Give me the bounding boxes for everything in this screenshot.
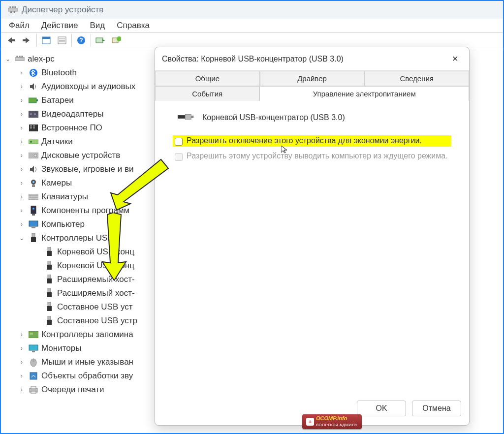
titlebar: Диспетчер устройств — [1, 1, 503, 19]
object-icon — [29, 371, 38, 381]
chevron-right-icon[interactable]: › — [18, 149, 26, 162]
svg-marker-79 — [281, 146, 287, 153]
tree-item-label: Контроллеры USB — [41, 231, 113, 245]
svg-rect-21 — [16, 56, 18, 57]
audio-icon — [29, 82, 38, 92]
tab-events[interactable]: События — [155, 86, 259, 101]
option-allow-power-off[interactable]: Разрешить отключение этого устройства дл… — [173, 135, 451, 147]
watermark-badge: + OCOMP.info ВОПРОСЫ АДМИНУ — [302, 414, 362, 429]
menu-action[interactable]: Действие — [41, 21, 78, 31]
chevron-right-icon[interactable]: › — [18, 341, 26, 355]
svg-marker-7 — [23, 37, 30, 43]
back-button[interactable] — [4, 34, 19, 47]
chevron-right-icon[interactable]: › — [18, 328, 26, 341]
monitor-icon — [29, 343, 38, 353]
svg-rect-64 — [48, 316, 51, 320]
svg-point-39 — [34, 154, 37, 157]
usb-port-icon — [44, 316, 54, 326]
svg-rect-16 — [96, 38, 103, 43]
svg-rect-48 — [32, 214, 35, 216]
svg-rect-44 — [29, 194, 38, 200]
dialog-title: Свойства: Корневой USB-концентратор (USB… — [162, 55, 448, 63]
toolbar-scan[interactable] — [93, 34, 108, 47]
svg-rect-1 — [9, 6, 11, 8]
chevron-right-icon[interactable]: › — [18, 383, 26, 397]
svg-point-29 — [30, 113, 32, 115]
chevron-down-icon[interactable]: ⌄ — [18, 231, 26, 245]
menubar: Файл Действие Вид Справка — [1, 19, 503, 32]
chevron-right-icon[interactable]: › — [18, 369, 26, 383]
svg-rect-20 — [15, 58, 24, 61]
svg-rect-4 — [10, 11, 12, 13]
cancel-button[interactable]: Отмена — [412, 401, 461, 416]
tree-item-label: Встроенное ПО — [41, 121, 102, 135]
chevron-right-icon[interactable]: › — [18, 66, 26, 80]
svg-point-30 — [34, 113, 36, 115]
chevron-right-icon[interactable]: › — [18, 176, 26, 190]
svg-marker-40 — [30, 166, 34, 173]
tree-subitem-label: Составное USB уст — [57, 300, 133, 314]
checkbox-disabled-icon — [175, 153, 183, 161]
usb-port-icon — [44, 275, 54, 284]
toolbar-properties[interactable] — [55, 34, 69, 47]
chevron-right-icon[interactable]: › — [18, 204, 26, 217]
svg-rect-60 — [48, 288, 51, 292]
chevron-right-icon[interactable]: › — [18, 217, 26, 231]
toolbar-update[interactable] — [109, 34, 124, 47]
svg-rect-65 — [47, 320, 52, 325]
checkbox-icon[interactable] — [175, 138, 183, 146]
firmware-icon — [29, 123, 38, 133]
svg-rect-32 — [30, 125, 32, 126]
ok-button[interactable]: OK — [357, 401, 406, 416]
chevron-right-icon[interactable]: › — [18, 107, 26, 121]
svg-rect-54 — [48, 247, 51, 251]
tab-driver[interactable]: Драйвер — [260, 71, 365, 86]
storage-icon — [29, 330, 38, 340]
svg-rect-2 — [12, 6, 13, 8]
svg-rect-33 — [33, 125, 35, 126]
svg-rect-26 — [29, 98, 36, 103]
svg-rect-5 — [14, 11, 15, 13]
chevron-down-icon[interactable]: ⌄ — [4, 52, 12, 66]
chevron-right-icon[interactable]: › — [18, 121, 26, 135]
chevron-right-icon[interactable]: › — [18, 355, 26, 369]
badge-main: OCOMP.info — [316, 415, 347, 421]
svg-rect-9 — [42, 37, 50, 39]
svg-rect-3 — [14, 6, 16, 8]
svg-rect-56 — [48, 261, 51, 265]
toolbar-show-hide[interactable] — [39, 34, 54, 47]
tree-item-label: Аудиовходы и аудиовых — [41, 80, 135, 93]
chevron-right-icon[interactable]: › — [18, 135, 26, 149]
menu-help[interactable]: Справка — [117, 21, 150, 31]
option-allow-power-off-label: Разрешить отключение этого устройства дл… — [187, 136, 422, 145]
tree-subitem-label: Составное USB устр — [57, 314, 137, 328]
forward-button[interactable] — [20, 34, 34, 47]
svg-rect-22 — [19, 56, 20, 57]
disk-icon — [29, 151, 38, 160]
toolbar-help[interactable]: ? — [74, 34, 89, 47]
tab-power-management[interactable]: Управление электропитанием — [259, 86, 469, 101]
chevron-right-icon[interactable]: › — [18, 80, 26, 93]
usb-icon — [29, 233, 38, 243]
svg-rect-34 — [30, 127, 32, 128]
tree-item-label: Мыши и иные указыван — [41, 355, 133, 369]
device-heading: Корневой USB-концентратор (USB 3.0) — [178, 113, 453, 123]
option-allow-wake-label: Разрешить этому устройству выводить комп… — [187, 152, 448, 160]
computer-icon — [29, 219, 38, 229]
svg-rect-62 — [48, 302, 51, 306]
battery-icon — [29, 95, 38, 105]
menu-file[interactable]: Файл — [9, 21, 30, 31]
chevron-right-icon[interactable]: › — [18, 162, 26, 176]
usb-port-icon — [44, 247, 54, 257]
chevron-right-icon[interactable]: › — [18, 190, 26, 204]
tab-details[interactable]: Сведения — [364, 71, 469, 86]
svg-rect-61 — [47, 292, 52, 297]
app-frame: Диспетчер устройств Файл Действие Вид Сп… — [0, 0, 504, 434]
tab-general[interactable]: Общие — [155, 71, 260, 86]
menu-view[interactable]: Вид — [90, 21, 105, 31]
chevron-right-icon[interactable]: › — [18, 93, 26, 107]
properties-dialog: Свойства: Корневой USB-концентратор (USB… — [155, 47, 470, 426]
svg-rect-52 — [32, 233, 35, 237]
close-button[interactable]: ✕ — [448, 52, 462, 65]
tree-item-label: Камеры — [41, 176, 72, 190]
